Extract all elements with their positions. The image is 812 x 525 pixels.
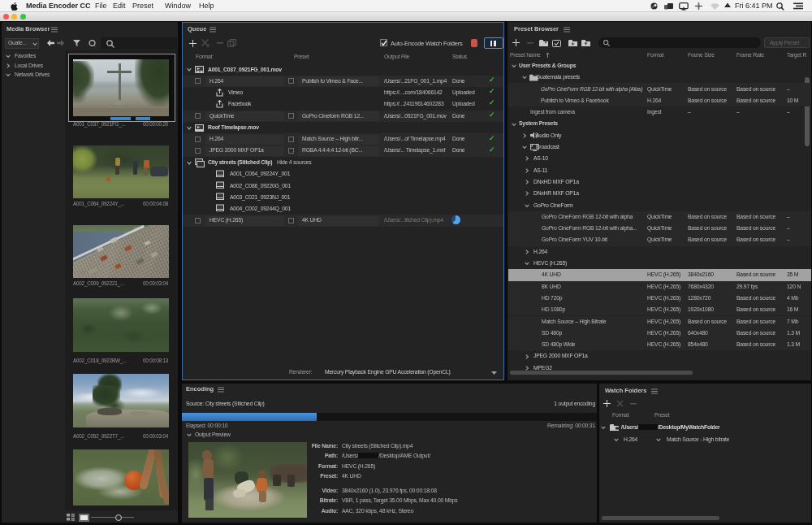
svg-text:,: , (95, 43, 97, 47)
